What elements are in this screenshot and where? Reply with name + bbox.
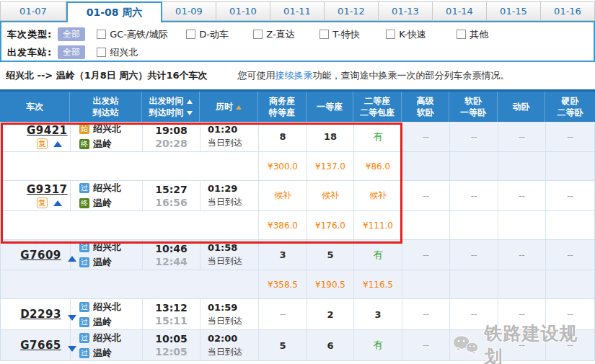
filter-option-k: K-快速 [386,28,457,41]
train-info-row: G9421 复 始绍兴北 终温岭 19:0820:28 01: [1,122,594,152]
tab-date-01-08-selected[interactable]: 01-08 周六 [66,1,162,22]
price-cell: ¥386.0 [259,211,307,239]
times-cell: 10:4612:44 [143,240,200,270]
seat-cell: 3 [354,299,402,329]
pass-station-badge: 过 [79,333,89,343]
tab-date-01-16[interactable]: 01-16 [541,1,595,21]
seat-cell: -- [450,181,498,210]
checkbox-gc[interactable] [97,30,106,39]
transfer-link[interactable]: 接续换乘 [275,70,312,81]
date-text: （1月8日 周六） [75,69,148,82]
train-no-cell: G7609 [1,240,71,270]
train-number-link[interactable]: D2293 [20,308,61,321]
seat-cell: -- [402,330,450,360]
seat-cell: -- [402,299,450,329]
train-number-link[interactable]: G7665 [20,339,61,352]
stations-cell: 过绍兴北 过温岭 [71,330,143,360]
checkbox-shaoxingbei[interactable] [97,48,106,57]
train-no-cell: D2293 [1,299,71,329]
seat-cell: -- [450,240,498,270]
sort-asc-active-icon[interactable] [236,105,242,110]
sort-asc-icon[interactable] [187,99,193,104]
times-cell: 15:2716:56 [143,181,200,210]
stations-cell: 过绍兴北 过温岭 [71,240,143,270]
tab-date-01-09[interactable]: 01-09 [162,1,216,21]
train-info-row: G9317 复 过绍兴北 终温岭 15:2716:56 01: [1,181,594,211]
seat-cell: -- [546,181,594,210]
filter-option-label: D-动车 [199,28,229,41]
header-train-no: 车次 [0,92,70,122]
train-row-g7609: G7609 过绍兴北 过温岭 10:4612:44 01:58当日到达 3 5 [1,240,594,299]
seat-cell: 2 [307,299,354,329]
filter-option-z: Z-直达 [253,28,319,41]
price-row: ¥358.5 ¥190.5 ¥116.5 [1,270,594,299]
depart-station-all-button[interactable]: 全部 [58,45,85,59]
header-times-sortable[interactable]: 出发时间 到达时间 [142,92,200,122]
price-cell: ¥358.5 [259,270,307,298]
price-cell [546,211,594,239]
stations-cell: 过绍兴北 终温岭 [71,181,143,210]
tab-date-01-10[interactable]: 01-10 [216,1,270,21]
filter-option-t: T-特快 [319,28,386,41]
seat-cell: 候补 [354,181,402,210]
start-station-badge: 始 [79,124,89,134]
seat-cell: 8 [259,122,307,151]
seat-cell: 候补 [259,181,307,210]
price-cell [546,152,594,180]
seat-cell: -- [402,122,450,151]
depart-station-filter-row: 出发车站: 全部 绍兴北 [7,43,594,61]
duration-cell: 01:58当日到达 [200,240,259,270]
count-text: 共计16个车次 [147,69,207,82]
checkbox-t[interactable] [319,30,329,39]
price-cell: ¥137.0 [307,152,354,180]
price-spacer [1,152,259,180]
train-type-label: 车次类型: [7,28,52,41]
seat-cell: -- [498,181,546,210]
train-number-link[interactable]: G7609 [20,249,61,262]
header-business-seat: 商务座特等座 [258,92,307,122]
tab-date-01-14[interactable]: 01-14 [433,1,487,21]
train-number-link[interactable]: G9421 [27,124,68,137]
seat-cell: 18 [307,122,354,151]
checkbox-other[interactable] [457,30,466,39]
collapse-arrow-icon[interactable] [53,200,62,206]
checkbox-z[interactable] [253,30,263,39]
tip-suffix: 功能，查询途中换乘一次的部分列车余票情况。 [312,70,509,81]
tab-date-01-12[interactable]: 01-12 [325,1,379,21]
sort-desc-icon[interactable] [187,111,193,115]
seat-cell: -- [546,122,594,151]
tab-date-01-15[interactable]: 01-15 [487,1,541,21]
header-duration-sortable[interactable]: 历时 [200,92,258,122]
filter-option-label: 其他 [470,28,488,41]
checkbox-k[interactable] [386,30,395,39]
pass-station-badge: 过 [79,257,89,267]
price-cell [498,152,546,180]
filter-option-label: T-特快 [332,28,359,41]
price-cell: ¥116.5 [354,270,402,298]
collapse-arrow-icon[interactable] [53,141,62,147]
depart-station-label: 出发车站: [7,46,52,59]
price-cell [402,211,450,239]
checkbox-d[interactable] [186,30,195,39]
tab-date-01-07[interactable]: 01-07 [0,1,66,21]
tab-date-01-11[interactable]: 01-11 [270,1,325,21]
tip-prefix: 您可使用 [237,70,275,81]
stations-cell: 始绍兴北 终温岭 [71,122,143,151]
price-cell: ¥176.0 [307,211,354,239]
train-type-all-button[interactable]: 全部 [58,27,85,41]
header-soft-sleeper: 软卧一等卧 [449,92,498,122]
header-second-class: 二等座二等包座 [353,92,402,122]
duration-cell: 01:20当日到达 [200,122,259,151]
fuxing-badge: 复 [37,197,48,208]
train-query-page: 01-07 01-08 周六 01-09 01-10 01-11 01-12 0… [0,0,595,364]
header-motor-sleeper: 动卧 [498,92,545,122]
filter-option-other: 其他 [457,28,507,41]
seat-cell: -- [450,122,498,151]
pass-station-badge: 过 [79,183,89,193]
train-type-filter-row: 车次类型: 全部 GC-高铁/城际 D-动车 Z-直达 T-特快 K-快速 [7,25,594,43]
tab-date-01-13[interactable]: 01-13 [379,1,433,21]
price-cell [498,211,546,239]
times-cell: 19:0820:28 [143,122,200,151]
train-number-link[interactable]: G9317 [27,183,68,196]
pass-station-badge: 过 [79,317,89,327]
